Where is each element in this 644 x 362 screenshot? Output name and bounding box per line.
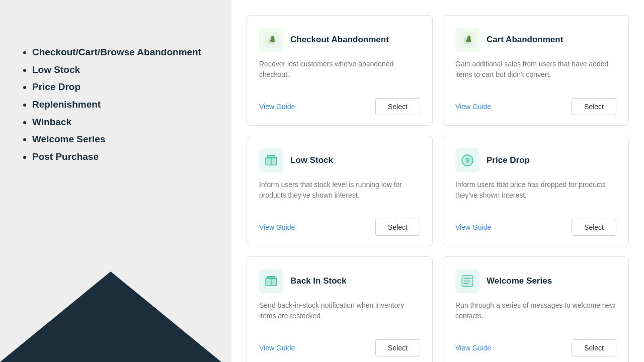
view-guide-link-welcome-series[interactable]: View Guide [455,344,491,352]
svg-text:S: S [270,39,273,43]
sidebar-list-item-1: Low Stock [32,64,211,76]
card-welcome-series: Welcome Series Run through a series of m… [443,256,629,362]
select-button-cart-abandonment[interactable]: Select [572,98,616,115]
card-title-cart-abandonment: Cart Abandonment [487,35,563,45]
card-checkout-abandonment: S Checkout Abandonment Recover lost cust… [247,15,433,126]
view-guide-link-low-stock[interactable]: View Guide [259,223,295,231]
card-description-low-stock: Inform users that stock level is running… [259,179,420,209]
card-title-low-stock: Low Stock [290,155,333,165]
card-footer-low-stock: View Guide Select [259,219,420,236]
select-button-low-stock[interactable]: Select [375,219,420,236]
view-guide-link-cart-abandonment[interactable]: View Guide [455,103,491,111]
card-footer-price-drop: View Guide Select [455,219,616,236]
card-header-low-stock: Low Stock [259,148,420,172]
card-description-welcome-series: Run through a series of messages to welc… [455,300,616,329]
select-button-welcome-series[interactable]: Select [572,339,616,356]
card-description-price-drop: Inform users that price has dropped for … [455,179,616,209]
card-back-in-stock: Back In Stock Send back-in-stock notific… [247,256,433,362]
sidebar-list-item-0: Checkout/Cart/Browse Abandonment [32,46,211,59]
card-price-drop: $ Price Drop Inform users that price has… [443,136,629,246]
card-low-stock: Low Stock Inform users that stock level … [247,136,433,246]
card-title-welcome-series: Welcome Series [487,276,552,286]
select-button-back-in-stock[interactable]: Select [375,339,420,356]
svg-text:$: $ [466,157,469,164]
select-button-price-drop[interactable]: Select [572,219,616,236]
sidebar-list-item-6: Post Purchase [32,151,211,163]
card-header-back-in-stock: Back In Stock [259,269,420,293]
view-guide-link-back-in-stock[interactable]: View Guide [259,344,295,352]
card-title-checkout-abandonment: Checkout Abandonment [290,35,389,45]
view-guide-link-price-drop[interactable]: View Guide [455,223,491,231]
shopify-icon: S [259,28,283,52]
sidebar-list-item-5: Welcome Series [32,133,211,146]
teal-box-icon [259,269,283,293]
select-button-checkout-abandonment[interactable]: Select [375,98,420,115]
card-header-cart-abandonment: S Cart Abandonment [455,28,616,52]
main-content: S Checkout Abandonment Recover lost cust… [231,0,644,362]
shopify-icon: S [455,28,479,52]
teal-lines-icon [455,269,479,293]
card-header-checkout-abandonment: S Checkout Abandonment [259,28,420,52]
card-footer-back-in-stock: View Guide Select [259,339,420,356]
sidebar-list-item-2: Price Drop [32,81,211,94]
teal-box-icon [259,148,283,172]
card-title-back-in-stock: Back In Stock [290,276,347,286]
sidebar: Checkout/Cart/Browse AbandonmentLow Stoc… [0,0,231,362]
card-footer-welcome-series: View Guide Select [455,339,616,356]
sidebar-list: Checkout/Cart/Browse AbandonmentLow Stoc… [20,46,211,168]
view-guide-link-checkout-abandonment[interactable]: View Guide [259,103,295,111]
card-description-back-in-stock: Send back-in-stock notification when inv… [259,300,420,329]
card-description-cart-abandonment: Gain additional sales from users that ha… [455,59,616,88]
sidebar-list-item-4: Winback [32,116,211,129]
card-cart-abandonment: S Cart Abandonment Gain additional sales… [443,15,629,126]
svg-text:S: S [466,39,469,43]
card-title-price-drop: Price Drop [487,155,530,165]
sidebar-list-item-3: Replenishment [32,99,211,111]
card-footer-checkout-abandonment: View Guide Select [259,98,420,115]
card-header-welcome-series: Welcome Series [455,269,616,293]
card-footer-cart-abandonment: View Guide Select [455,98,616,115]
cards-grid: S Checkout Abandonment Recover lost cust… [247,15,629,362]
sidebar-decoration-triangle [0,272,221,362]
card-header-price-drop: $ Price Drop [455,148,616,172]
teal-dollar-icon: $ [455,148,479,172]
card-description-checkout-abandonment: Recover lost customers who've abandoned … [259,59,420,88]
